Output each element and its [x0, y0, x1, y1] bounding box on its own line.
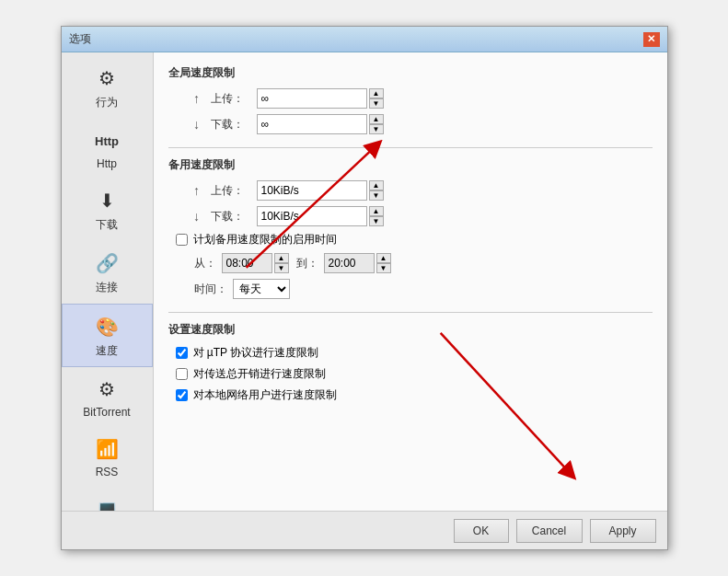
window-title: 选项: [69, 31, 91, 47]
backup-download-spinner: ▲ ▼: [257, 206, 384, 226]
backup-speed-section: 备用速度限制 ↑ 上传： ▲ ▼ ↓ 下载：: [168, 157, 653, 299]
sidebar-item-connection[interactable]: 🔗 连接: [62, 241, 153, 304]
schedule-checkbox-row: 计划备用速度限制的启用时间: [168, 232, 653, 248]
download-arrow-icon: ↓: [187, 114, 207, 134]
global-speed-title: 全局速度限制: [168, 65, 653, 81]
sidebar-item-http[interactable]: Http Http: [62, 119, 153, 179]
schedule-checkbox[interactable]: [176, 234, 188, 246]
sidebar-label-speed: 速度: [96, 343, 118, 359]
download-spin-up[interactable]: ▲: [369, 114, 384, 124]
backup-upload-spin-down[interactable]: ▼: [369, 190, 384, 201]
sidebar-item-behavior[interactable]: ⚙ 行为: [62, 56, 153, 119]
bottom-bar: OK Cancel Apply: [62, 511, 667, 549]
download-spin-down[interactable]: ▼: [369, 124, 384, 134]
from-time-up[interactable]: ▲: [274, 253, 289, 263]
upload-spin-down[interactable]: ▼: [369, 98, 384, 109]
upload-row: ↑ 上传： ▲ ▼: [168, 88, 653, 109]
sidebar-item-rss[interactable]: 📶 RSS: [62, 427, 153, 487]
backup-download-spinner-btns: ▲ ▼: [369, 206, 384, 226]
upload-label: 上传：: [211, 91, 257, 107]
title-bar: 选项 ✕: [62, 27, 667, 52]
download-icon: ⬇: [92, 186, 121, 215]
download-spinner: ▲ ▼: [257, 114, 384, 134]
backup-upload-spin-up[interactable]: ▲: [369, 180, 384, 190]
from-time-input[interactable]: [222, 253, 272, 273]
sidebar-item-download[interactable]: ⬇ 下载: [62, 179, 153, 241]
limit-label-3: 对本地网络用户进行速度限制: [193, 387, 337, 403]
dialog-body: ⚙ 行为 Http Http ⬇ 下载 🔗 连接 🎨 速度 ⚙ BitTorre: [62, 52, 667, 511]
speed-icon: 🎨: [92, 312, 121, 341]
sidebar-item-bittorrent[interactable]: ⚙ BitTorrent: [62, 367, 153, 427]
time-label: 时间：: [194, 282, 227, 297]
sidebar-label-connection: 连接: [96, 280, 118, 295]
backup-upload-spinner-btns: ▲ ▼: [369, 180, 384, 201]
backup-download-spin-up[interactable]: ▲: [369, 206, 384, 216]
limit-option-3: 对本地网络用户进行速度限制: [168, 387, 653, 403]
from-time-down[interactable]: ▼: [274, 263, 289, 273]
backup-upload-row: ↑ 上传： ▲ ▼: [168, 180, 653, 201]
set-speed-title: 设置速度限制: [168, 322, 653, 338]
schedule-checkbox-label: 计划备用速度限制的启用时间: [193, 232, 337, 248]
download-label: 下载：: [211, 117, 257, 132]
to-time-spinner: ▲ ▼: [376, 253, 391, 273]
backup-download-row: ↓ 下载： ▲ ▼: [168, 206, 653, 226]
day-select[interactable]: 每天 工作日 周末: [233, 279, 290, 299]
sidebar-item-speed[interactable]: 🎨 速度: [62, 304, 153, 367]
limit-option-2: 对传送总开销进行速度限制: [168, 366, 653, 382]
backup-download-icon: ↓: [187, 206, 207, 226]
rss-icon: 📶: [92, 434, 121, 464]
dialog: 选项 ✕ ⚙ 行为 Http Http ⬇ 下载 🔗 连接 🎨 速度: [61, 26, 668, 550]
sidebar-label-download: 下载: [96, 217, 118, 233]
sidebar-item-webui[interactable]: 💻 Web UI: [62, 487, 153, 511]
upload-spinner: ▲ ▼: [257, 88, 384, 109]
limit-label-2: 对传送总开销进行速度限制: [193, 366, 326, 382]
backup-speed-title: 备用速度限制: [168, 157, 653, 173]
download-input[interactable]: [257, 114, 367, 134]
sidebar-label-bittorrent: BitTorrent: [83, 406, 130, 419]
limit-checkbox-1[interactable]: [176, 347, 188, 359]
from-label: 从：: [194, 256, 216, 271]
sidebar-label-behavior: 行为: [96, 95, 118, 110]
set-speed-section: 设置速度限制 对 µTP 协议进行速度限制 对传送总开销进行速度限制 对本地网络…: [168, 322, 653, 403]
limit-checkbox-3[interactable]: [176, 389, 188, 401]
upload-arrow-icon: ↑: [187, 88, 207, 109]
global-speed-section: 全局速度限制 ↑ 上传： ▲ ▼ ↓ 下载：: [168, 65, 653, 134]
cancel-button[interactable]: Cancel: [516, 519, 583, 543]
to-label: 到：: [296, 256, 318, 271]
sidebar: ⚙ 行为 Http Http ⬇ 下载 🔗 连接 🎨 速度 ⚙ BitTorre: [62, 52, 154, 511]
limit-label-1: 对 µTP 协议进行速度限制: [193, 345, 319, 361]
download-spinner-btns: ▲ ▼: [369, 114, 384, 134]
limit-checkbox-2[interactable]: [176, 368, 188, 380]
connection-icon: 🔗: [92, 248, 121, 278]
upload-spinner-btns: ▲ ▼: [369, 88, 384, 109]
backup-upload-spinner: ▲ ▼: [257, 180, 384, 201]
to-time-down[interactable]: ▼: [376, 263, 391, 273]
http-icon: Http: [92, 126, 121, 156]
backup-download-input[interactable]: [257, 206, 367, 226]
close-button[interactable]: ✕: [643, 32, 660, 47]
to-time-input[interactable]: [324, 253, 375, 273]
sidebar-label-http: Http: [97, 157, 117, 170]
backup-download-spin-down[interactable]: ▼: [369, 216, 384, 226]
upload-input[interactable]: [257, 88, 367, 109]
from-time-spinner: ▲ ▼: [274, 253, 289, 273]
time-from-row: 从： ▲ ▼ 到： ▲ ▼: [168, 253, 653, 273]
upload-spin-up[interactable]: ▲: [369, 88, 384, 98]
download-row: ↓ 下载： ▲ ▼: [168, 114, 653, 134]
apply-button[interactable]: Apply: [590, 519, 656, 543]
backup-upload-label: 上传：: [211, 183, 257, 199]
webui-icon: 💻: [92, 494, 121, 511]
time-day-row: 时间： 每天 工作日 周末: [168, 279, 653, 299]
main-content: 全局速度限制 ↑ 上传： ▲ ▼ ↓ 下载：: [154, 52, 667, 511]
backup-upload-icon: ↑: [187, 180, 207, 201]
ok-button[interactable]: OK: [454, 519, 509, 543]
limit-option-1: 对 µTP 协议进行速度限制: [168, 345, 653, 361]
backup-upload-input[interactable]: [257, 180, 367, 201]
bittorrent-icon: ⚙: [92, 374, 121, 404]
backup-download-label: 下载：: [211, 209, 257, 225]
behavior-icon: ⚙: [92, 63, 121, 93]
to-time-up[interactable]: ▲: [376, 253, 391, 263]
sidebar-label-rss: RSS: [96, 466, 119, 478]
